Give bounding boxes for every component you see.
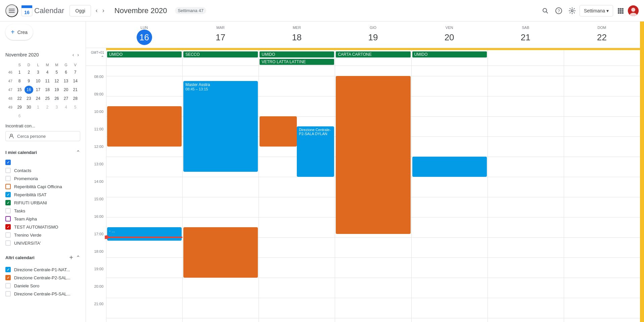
mini-cal-day[interactable]: 5 <box>71 103 80 111</box>
calendar-item-universita[interactable]: UNIVERSITA' <box>0 239 86 247</box>
mini-cal-day[interactable]: 6 <box>62 68 71 76</box>
day-num-19[interactable]: 19 <box>365 30 381 45</box>
event-orange-wed-morning[interactable] <box>260 116 297 147</box>
day-num-17[interactable]: 17 <box>213 30 228 45</box>
mini-cal-prev[interactable]: ‹ <box>71 51 76 59</box>
mini-cal-day[interactable]: 28 <box>71 94 80 103</box>
calendar-item-team-alpha[interactable]: Team Alpha <box>0 215 86 223</box>
view-selector-button[interactable]: Settimana ▾ <box>580 5 613 16</box>
allday-event-secco[interactable]: SECCO <box>183 51 258 57</box>
mini-cal-day[interactable]: 5 <box>52 68 61 76</box>
calendar-checkbox[interactable]: ✓ <box>5 275 11 280</box>
mini-cal-day[interactable]: 2 <box>25 68 33 76</box>
mini-cal-today[interactable]: 16 <box>25 86 33 94</box>
mini-cal-day[interactable]: 12 <box>52 77 61 85</box>
mini-cal-next[interactable]: › <box>76 51 80 59</box>
search-button[interactable] <box>539 5 551 17</box>
mini-cal-day[interactable]: 9 <box>25 77 33 85</box>
event-blue-mon-afternoon[interactable]: - ... <box>107 227 182 241</box>
calendar-item-default[interactable]: ✓ <box>0 158 86 166</box>
calendar-item-trenino-verde[interactable]: Trenino Verde <box>0 231 86 239</box>
search-people-box[interactable]: Cerca persone <box>5 131 80 141</box>
mini-cal-day[interactable]: 20 <box>62 86 71 94</box>
mini-cal-day[interactable]: 30 <box>25 103 33 111</box>
day-num-21[interactable]: 21 <box>518 30 533 45</box>
mini-cal-day[interactable]: 1 <box>34 103 43 111</box>
calendar-checkbox[interactable]: ✓ <box>5 160 11 165</box>
day-col-wed[interactable]: Direzione Centrale-P2-SALA DYLAN <box>259 66 335 322</box>
calendar-checkbox[interactable] <box>5 232 11 238</box>
day-num-18[interactable]: 18 <box>289 30 305 45</box>
calendar-checkbox[interactable] <box>5 168 11 173</box>
mini-cal-day[interactable]: 18 <box>43 86 52 94</box>
other-calendars-header[interactable]: Altri calendari + ⌃ <box>0 250 86 266</box>
event-orange-mon-morning[interactable] <box>107 106 182 147</box>
mini-cal-day[interactable]: 10 <box>34 77 43 85</box>
mini-cal-day[interactable]: 8 <box>15 77 24 85</box>
day-col-mon[interactable]: - ... <box>106 66 182 322</box>
time-grid-scroll[interactable]: 08:00 09:00 10:00 11:00 12:00 13:00 14:0… <box>86 66 640 322</box>
allday-event-carta[interactable]: CARTA CARTONE <box>336 51 410 57</box>
help-button[interactable]: ? <box>553 5 565 17</box>
mini-cal-day[interactable]: 3 <box>34 68 43 76</box>
mini-cal-day[interactable]: 13 <box>62 77 71 85</box>
calendar-item-promemoria[interactable]: Promemoria <box>0 174 86 183</box>
calendar-item-dir-p2[interactable]: ✓ Direzione Centrale-P2-SAL... <box>0 274 86 282</box>
mini-cal-day[interactable]: 19 <box>52 86 61 94</box>
allday-event-vetro[interactable]: VETRO LATTA LATTINE <box>260 59 334 65</box>
calendar-checkbox[interactable] <box>5 176 11 181</box>
day-col-sun[interactable] <box>564 66 640 322</box>
mini-cal-day[interactable]: 17 <box>34 86 43 94</box>
event-direzione-centrale[interactable]: Direzione Centrale-P2-SALA DYLAN <box>297 126 334 177</box>
mini-cal-day[interactable]: 23 <box>25 94 33 103</box>
day-num-22[interactable]: 22 <box>594 30 609 45</box>
allday-event-umido-mon[interactable]: UMIDO <box>107 51 182 57</box>
event-blue-fri[interactable] <box>412 157 487 177</box>
mini-cal-day[interactable]: 7 <box>71 68 80 76</box>
day-col-fri[interactable] <box>411 66 488 322</box>
calendar-item-dir-p5[interactable]: Direzione Centrale-P5-SAL... <box>0 290 86 298</box>
mini-cal-day[interactable]: 11 <box>43 77 52 85</box>
calendar-checkbox[interactable] <box>5 208 11 213</box>
calendar-item-dir-p1[interactable]: ✓ Direzione Centrale-P1-NAT... <box>0 266 86 274</box>
mini-cal-day[interactable]: 6 <box>15 112 24 120</box>
my-calendars-header[interactable]: I miei calendari ⌃ <box>0 147 86 158</box>
calendar-checkbox[interactable] <box>5 291 11 296</box>
mini-cal-day[interactable]: 4 <box>62 103 71 111</box>
apps-button[interactable] <box>614 5 627 17</box>
day-col-thu[interactable] <box>335 66 411 322</box>
calendar-item-test-automatismo[interactable]: ✓ TEST AUTOMATISMO <box>0 223 86 231</box>
avatar[interactable] <box>628 5 639 16</box>
mini-cal-day[interactable]: 27 <box>62 94 71 103</box>
mini-cal-day[interactable]: 24 <box>34 94 43 103</box>
create-button[interactable]: + Crea <box>5 24 33 40</box>
calendar-checkbox[interactable] <box>5 283 11 288</box>
calendar-item-reperibilita-isat[interactable]: ✓ Reperibilità ISAT <box>0 191 86 199</box>
calendar-checkbox[interactable] <box>5 240 11 246</box>
day-num-20[interactable]: 20 <box>442 30 457 45</box>
mini-cal-day[interactable]: 21 <box>71 86 80 94</box>
event-orange-tue-afternoon[interactable] <box>183 227 258 278</box>
mini-cal-day[interactable]: 2 <box>43 103 52 111</box>
mini-cal-day[interactable]: 1 <box>15 68 24 76</box>
allday-event-umido-wed[interactable]: UMIDO <box>260 51 334 57</box>
day-col-sat[interactable] <box>488 66 564 322</box>
next-week-button[interactable]: › <box>100 5 106 16</box>
prev-week-button[interactable]: ‹ <box>94 5 100 16</box>
day-num-16[interactable]: 16 <box>137 30 152 45</box>
calendar-item-reperibilita-capi[interactable]: Reperibilità Capi Officina <box>0 183 86 191</box>
calendar-item-rifiuti[interactable]: ✓ RIFIUTI URBANI <box>0 199 86 207</box>
today-button[interactable]: Oggi <box>70 5 91 16</box>
calendar-checkbox[interactable]: ✓ <box>5 192 11 197</box>
mini-cal-day[interactable]: 3 <box>52 103 61 111</box>
mini-cal-day[interactable]: 4 <box>43 68 52 76</box>
calendar-checkbox[interactable] <box>5 184 11 189</box>
mini-cal-day[interactable]: 22 <box>15 94 24 103</box>
allday-collapse-button[interactable]: ⌃ <box>101 55 104 60</box>
mini-cal-day[interactable]: 14 <box>71 77 80 85</box>
menu-button[interactable] <box>5 4 18 17</box>
mini-cal-day[interactable]: 25 <box>43 94 52 103</box>
mini-cal-day[interactable]: 29 <box>15 103 24 111</box>
day-col-tue[interactable]: Master Asstra 08:45 – 13:15 <box>182 66 259 322</box>
settings-button[interactable] <box>566 5 578 17</box>
